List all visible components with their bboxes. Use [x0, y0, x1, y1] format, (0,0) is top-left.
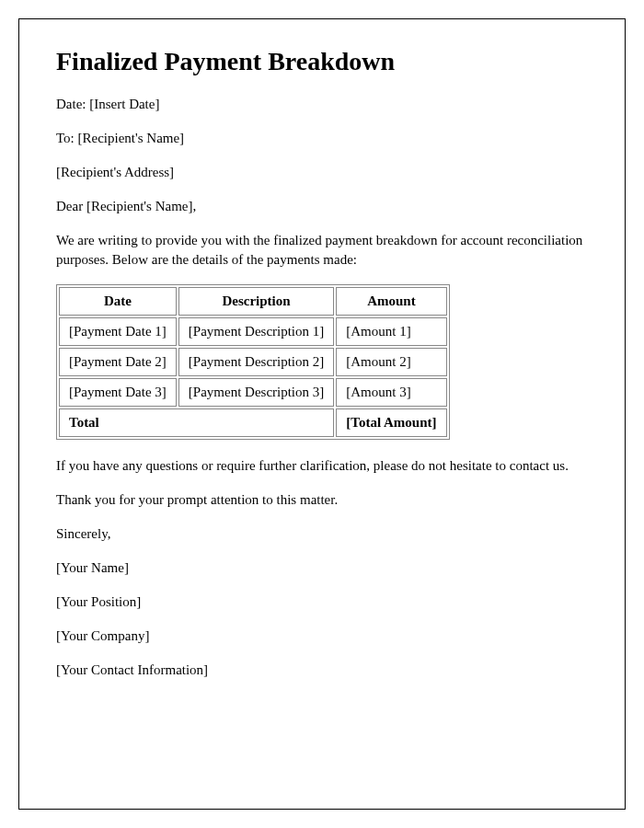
cell-amount: [Amount 2] [336, 348, 446, 376]
cell-description: [Payment Description 1] [178, 317, 334, 346]
address-line: [Recipient's Address] [56, 163, 588, 182]
cell-amount: [Amount 3] [336, 378, 446, 407]
cell-description: [Payment Description 2] [178, 348, 334, 376]
page-title: Finalized Payment Breakdown [56, 47, 588, 76]
table-row: [Payment Date 3] [Payment Description 3]… [59, 378, 447, 407]
table-row: [Payment Date 1] [Payment Description 1]… [59, 317, 447, 346]
table-row: [Payment Date 2] [Payment Description 2]… [59, 348, 447, 376]
table-header-row: Date Description Amount [59, 287, 447, 316]
closing-paragraph-2: Thank you for your prompt attention to t… [56, 490, 588, 510]
total-amount: [Total Amount] [336, 408, 446, 437]
payment-table: Date Description Amount [Payment Date 1]… [56, 284, 450, 440]
sender-company: [Your Company] [56, 627, 588, 646]
header-date: Date [59, 287, 177, 316]
signoff: Sincerely, [56, 524, 588, 544]
header-description: Description [178, 287, 334, 316]
document-page: Finalized Payment Breakdown Date: [Inser… [18, 18, 626, 810]
total-label: Total [59, 408, 334, 437]
cell-amount: [Amount 1] [336, 317, 446, 346]
cell-date: [Payment Date 3] [59, 378, 177, 407]
cell-date: [Payment Date 2] [59, 348, 177, 376]
intro-paragraph: We are writing to provide you with the f… [56, 231, 588, 270]
header-amount: Amount [336, 287, 446, 316]
sender-name: [Your Name] [56, 558, 588, 578]
closing-paragraph-1: If you have any questions or require fur… [56, 456, 588, 476]
cell-description: [Payment Description 3] [178, 378, 334, 407]
salutation: Dear [Recipient's Name], [56, 197, 588, 216]
to-line: To: [Recipient's Name] [56, 129, 588, 148]
table-total-row: Total [Total Amount] [59, 408, 447, 437]
sender-contact: [Your Contact Information] [56, 661, 588, 680]
sender-position: [Your Position] [56, 592, 588, 612]
date-line: Date: [Insert Date] [56, 95, 588, 114]
cell-date: [Payment Date 1] [59, 317, 177, 346]
